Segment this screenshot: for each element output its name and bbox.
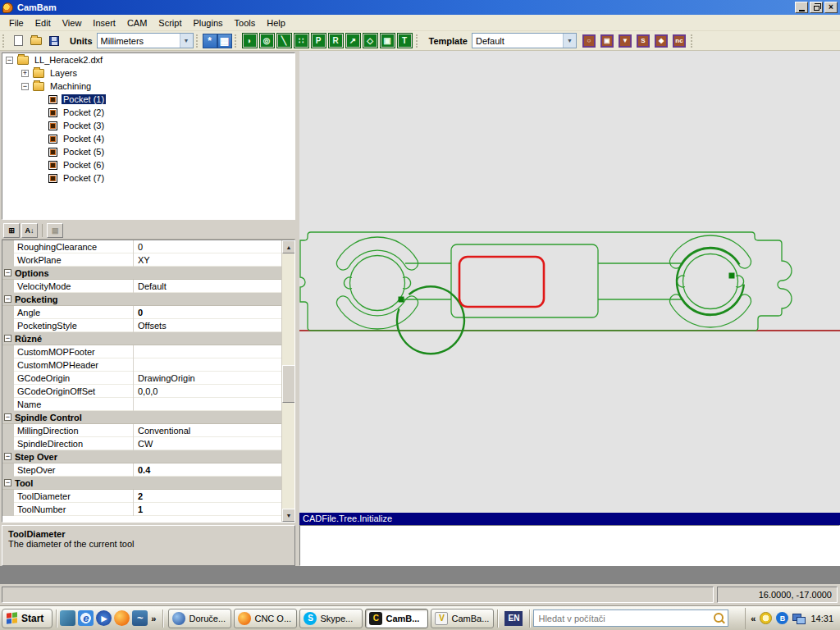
taskbar-task-cambam[interactable]: CCamB... — [365, 609, 428, 628]
tree-item[interactable]: Pocket (7) — [2, 171, 294, 185]
property-value[interactable] — [134, 358, 282, 372]
search-input[interactable] — [534, 614, 711, 623]
tree-item[interactable]: +Layers — [2, 66, 294, 80]
property-row[interactable]: CustomMOPHeader — [2, 358, 282, 372]
tree-item[interactable]: Pocket (3) — [2, 119, 294, 132]
menu-item-file[interactable]: File — [3, 16, 30, 30]
minimize-button[interactable] — [795, 2, 808, 13]
open-file-button[interactable] — [28, 33, 44, 49]
categorized-view-button[interactable]: ⊞ — [3, 223, 20, 238]
draw-arc-icon[interactable]: ◗ — [243, 34, 257, 48]
property-category[interactable]: −Step Over — [2, 450, 282, 463]
draw-points-icon[interactable]: ∷ — [294, 34, 308, 48]
restore-button[interactable] — [810, 2, 823, 13]
property-category[interactable]: −Tool — [2, 477, 282, 490]
property-grid[interactable]: RoughingClearance0WorkPlaneXY−OptionsVel… — [2, 240, 295, 523]
toolbar-grip[interactable] — [691, 34, 695, 48]
draw-curve-icon[interactable]: ↗ — [346, 34, 360, 48]
gcode-mop-icon[interactable]: nc — [673, 34, 686, 48]
snap-to-grid-icon[interactable]: * — [203, 34, 217, 48]
property-row[interactable]: VelocityModeDefault — [2, 280, 282, 293]
property-row[interactable]: GCodeOriginOffSet0,0,0 — [2, 385, 282, 398]
collapse-icon[interactable]: − — [6, 57, 13, 64]
pocket-mop-icon[interactable]: ▣ — [600, 34, 614, 48]
draw-text-icon[interactable]: T — [398, 34, 412, 48]
tree-item[interactable]: Pocket (4) — [2, 132, 294, 145]
scroll-down-icon[interactable]: ▼ — [282, 509, 295, 522]
left-bore-circle[interactable] — [350, 256, 405, 311]
left-bottom-slot[interactable] — [336, 296, 418, 329]
taskbar-task-firefox[interactable]: CNC O... — [234, 609, 297, 628]
collapse-icon[interactable]: − — [4, 479, 11, 486]
left-top-slot[interactable] — [336, 237, 418, 270]
draw-rectangle-icon[interactable]: R — [329, 34, 343, 48]
tree-item[interactable]: Pocket (6) — [2, 158, 294, 171]
log-selected-line[interactable]: CADFile.Tree.Initialize — [299, 513, 840, 525]
menu-item-insert[interactable]: Insert — [87, 16, 121, 30]
toolbar-grip[interactable] — [235, 34, 239, 48]
scrollbar-thumb[interactable] — [282, 365, 295, 403]
draw-surface-icon[interactable]: ◇ — [363, 34, 377, 48]
chevron-down-icon[interactable]: ▼ — [180, 34, 193, 48]
close-button[interactable]: × — [824, 2, 838, 13]
clock-time[interactable]: 14:31 — [810, 614, 833, 623]
property-row[interactable]: MillingDirectionConventional — [2, 424, 282, 437]
quicklaunch-media-player-icon[interactable]: ▶ — [96, 610, 112, 626]
collapse-icon[interactable]: − — [4, 413, 11, 421]
taskbar-task-cambamdoc[interactable]: VCamBa... — [431, 609, 494, 628]
property-row[interactable]: ToolDiameter2 — [2, 490, 282, 503]
property-value[interactable]: 0 — [134, 240, 282, 253]
property-row[interactable]: CustomMOPFooter — [2, 345, 282, 358]
property-row[interactable]: ToolNumber1 — [2, 503, 282, 516]
draw-region-icon[interactable]: ▣ — [381, 34, 395, 48]
property-category[interactable]: −Spindle Control — [2, 411, 282, 424]
search-icon[interactable] — [711, 611, 726, 626]
tree-item[interactable]: −LL_Heracek2.dxf — [2, 53, 294, 66]
property-value[interactable]: 0,0,0 — [134, 385, 282, 398]
quicklaunch-internet-explorer-icon[interactable]: e — [78, 610, 94, 626]
quicklaunch-app-wave-icon[interactable]: ~ — [132, 610, 148, 626]
toolbar-grip[interactable] — [196, 34, 200, 48]
right-ear-left[interactable] — [677, 276, 685, 287]
tray-chevron[interactable]: « — [751, 614, 756, 623]
property-value[interactable] — [134, 345, 282, 358]
property-grid-scrollbar[interactable]: ▲ ▼ — [281, 240, 294, 522]
template-combobox[interactable]: Default ▼ — [472, 33, 577, 48]
chevron-down-icon[interactable]: ▼ — [563, 34, 576, 48]
right-toolpath-arc[interactable] — [677, 248, 744, 315]
collapse-icon[interactable]: − — [4, 335, 11, 342]
menu-item-script[interactable]: Script — [153, 16, 187, 30]
quicklaunch-app-blue-icon[interactable] — [60, 610, 75, 626]
file-tree[interactable]: −LL_Heracek2.dxf+Layers−MachiningPocket … — [2, 52, 295, 220]
menu-item-plugins[interactable]: Plugins — [187, 16, 228, 30]
tray-clock-icon[interactable] — [760, 612, 772, 624]
collapse-icon[interactable]: − — [21, 83, 29, 90]
start-point-marker[interactable] — [399, 297, 404, 303]
alphabetical-sort-button[interactable]: A↓ — [21, 223, 38, 238]
toolbar-grip[interactable] — [416, 34, 420, 48]
left-ear-right[interactable] — [403, 277, 411, 289]
property-value[interactable]: 0.4 — [134, 463, 282, 477]
property-value[interactable]: XY — [134, 253, 282, 267]
toolbar-grip[interactable] — [2, 34, 7, 48]
property-value[interactable]: 2 — [134, 490, 282, 503]
property-value[interactable]: DrawingOrigin — [134, 372, 282, 385]
draw-polyline-icon[interactable]: P — [312, 34, 326, 48]
property-value[interactable]: Conventional — [134, 424, 282, 437]
menu-item-edit[interactable]: Edit — [30, 16, 57, 30]
profile3d-mop-icon[interactable]: ◆ — [655, 34, 668, 48]
tree-item[interactable]: Pocket (5) — [2, 145, 294, 158]
log-panel[interactable] — [299, 525, 840, 566]
show-grid-icon[interactable]: ▦ — [217, 34, 232, 48]
tree-item[interactable]: Pocket (1) — [2, 93, 294, 106]
units-combobox[interactable]: Millimeters ▼ — [97, 33, 194, 48]
title-bar[interactable]: CamBam × — [0, 0, 840, 15]
property-row[interactable]: PocketingStyleOffsets — [2, 319, 282, 332]
tray-bluetooth-icon[interactable]: B — [776, 612, 788, 624]
property-row[interactable]: StepOver0.4 — [2, 463, 282, 477]
taskbar-task-skype[interactable]: SSkype... — [299, 609, 363, 628]
profile-mop-icon[interactable]: ○ — [582, 34, 596, 48]
right-ear-right[interactable] — [736, 276, 744, 287]
property-row[interactable]: SpindleDirectionCW — [2, 437, 282, 450]
property-row[interactable]: Angle0 — [2, 306, 282, 319]
